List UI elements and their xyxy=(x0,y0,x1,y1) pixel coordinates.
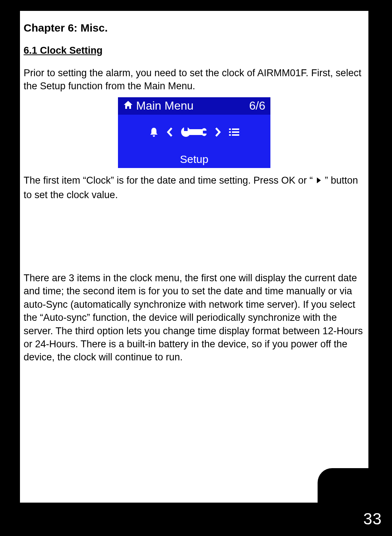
manual-page: Chapter 6: Misc. 6.1 Clock Setting Prior… xyxy=(0,0,392,536)
paragraph-1: Prior to setting the alarm, you need to … xyxy=(20,66,368,93)
page-corner-tab xyxy=(318,468,368,503)
page-number: 33 xyxy=(363,510,382,528)
screen-footer: Setup xyxy=(118,151,270,168)
wrench-icon xyxy=(181,126,207,140)
screen-header-title: Main Menu xyxy=(136,99,193,112)
screen-header: Main Menu 6/6 xyxy=(118,97,270,115)
svg-rect-5 xyxy=(232,134,239,136)
play-icon xyxy=(316,174,321,187)
screen-footer-label: Setup xyxy=(180,153,208,165)
svg-rect-2 xyxy=(229,131,231,133)
section-title: 6.1 Clock Setting xyxy=(20,45,368,56)
screen-body xyxy=(118,115,270,151)
list-icon xyxy=(229,128,239,138)
content-sheet: Chapter 6: Misc. 6.1 Clock Setting Prior… xyxy=(20,11,368,503)
svg-rect-3 xyxy=(232,131,239,133)
screen-header-count: 6/6 xyxy=(249,99,265,112)
paragraph-2: The first item “Clock” is for the date a… xyxy=(20,174,368,202)
chapter-title: Chapter 6: Misc. xyxy=(20,22,368,34)
bell-icon xyxy=(149,127,159,139)
device-screen: Main Menu 6/6 xyxy=(118,97,270,168)
paragraph-3: There are 3 items in the clock menu, the… xyxy=(20,271,368,364)
arrow-right-icon xyxy=(215,127,221,138)
spacer xyxy=(20,206,368,271)
svg-rect-0 xyxy=(229,128,231,130)
arrow-left-icon xyxy=(167,127,173,138)
svg-rect-1 xyxy=(232,128,239,130)
paragraph-2a: The first item “Clock” is for the date a… xyxy=(24,175,315,186)
svg-rect-4 xyxy=(229,134,231,136)
home-icon xyxy=(123,99,133,112)
